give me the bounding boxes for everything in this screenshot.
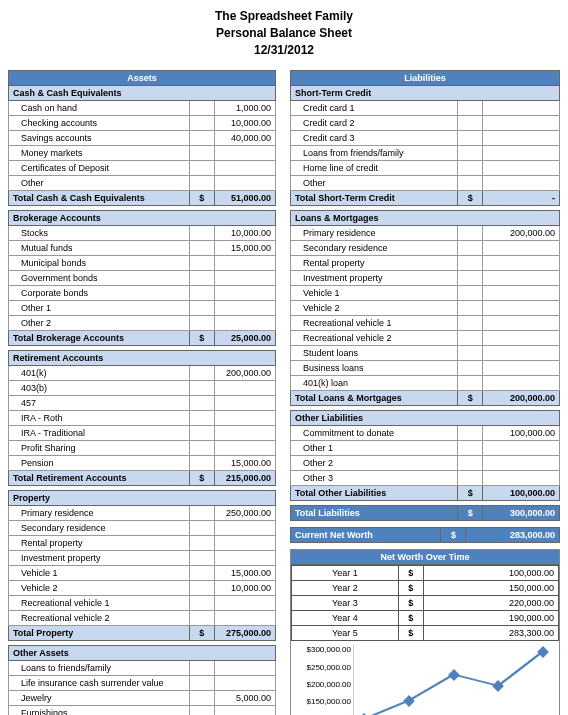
line-item-label[interactable]: Investment property xyxy=(291,271,458,286)
line-item-value[interactable] xyxy=(214,426,275,441)
line-item-label[interactable]: Vehicle 1 xyxy=(291,286,458,301)
line-item-value[interactable] xyxy=(214,661,275,676)
line-item-label[interactable]: Other 1 xyxy=(291,441,458,456)
line-item-value[interactable] xyxy=(214,611,275,626)
line-item-label[interactable]: Savings accounts xyxy=(9,131,190,146)
line-item-value[interactable] xyxy=(214,596,275,611)
line-item-value[interactable] xyxy=(214,551,275,566)
line-item-value[interactable] xyxy=(214,271,275,286)
line-item-label[interactable]: Recreational vehicle 2 xyxy=(291,331,458,346)
line-item-label[interactable]: Other 3 xyxy=(291,471,458,486)
line-item-label[interactable]: Other xyxy=(9,176,190,191)
line-item-value[interactable] xyxy=(214,381,275,396)
line-item-value[interactable] xyxy=(483,256,560,271)
line-item-value[interactable] xyxy=(483,361,560,376)
line-item-label[interactable]: Checking accounts xyxy=(9,116,190,131)
line-item-value[interactable]: 250,000.00 xyxy=(214,506,275,521)
line-item-value[interactable] xyxy=(483,346,560,361)
line-item-value[interactable]: 5,000.00 xyxy=(214,691,275,706)
line-item-value[interactable] xyxy=(214,301,275,316)
line-item-label[interactable]: Loans to friends/family xyxy=(9,661,190,676)
line-item-label[interactable]: Government bonds xyxy=(9,271,190,286)
line-item-value[interactable]: 100,000.00 xyxy=(483,426,560,441)
line-item-value[interactable] xyxy=(483,471,560,486)
line-item-label[interactable]: Certificates of Deposit xyxy=(9,161,190,176)
line-item-label[interactable]: Rental property xyxy=(291,256,458,271)
line-item-label[interactable]: Vehicle 2 xyxy=(291,301,458,316)
line-item-label[interactable]: Jewelry xyxy=(9,691,190,706)
line-item-label[interactable]: Home line of credit xyxy=(291,161,458,176)
line-item-label[interactable]: Primary residence xyxy=(291,226,458,241)
line-item-value[interactable]: 15,000.00 xyxy=(214,456,275,471)
line-item-label[interactable]: Cash on hand xyxy=(9,101,190,116)
line-item-label[interactable]: Life insurance cash surrender value xyxy=(9,676,190,691)
line-item-value[interactable] xyxy=(483,146,560,161)
line-item-value[interactable] xyxy=(214,536,275,551)
line-item-value[interactable] xyxy=(483,301,560,316)
line-item-label[interactable]: Recreational vehicle 1 xyxy=(291,316,458,331)
line-item-label[interactable]: Credit card 2 xyxy=(291,116,458,131)
line-item-value[interactable] xyxy=(483,101,560,116)
line-item-label[interactable]: Other 1 xyxy=(9,301,190,316)
line-item-value[interactable] xyxy=(483,241,560,256)
line-item-label[interactable]: Loans from friends/family xyxy=(291,146,458,161)
line-item-label[interactable]: 457 xyxy=(9,396,190,411)
line-item-value[interactable]: 200,000.00 xyxy=(483,226,560,241)
line-item-label[interactable]: Other xyxy=(291,176,458,191)
line-item-label[interactable]: Recreational vehicle 2 xyxy=(9,611,190,626)
line-item-value[interactable]: 1,000.00 xyxy=(214,101,275,116)
line-item-value[interactable]: 200,000.00 xyxy=(214,366,275,381)
line-item-value[interactable]: 40,000.00 xyxy=(214,131,275,146)
line-item-value[interactable]: 10,000.00 xyxy=(214,581,275,596)
line-item-label[interactable]: Rental property xyxy=(9,536,190,551)
line-item-value[interactable]: 10,000.00 xyxy=(214,226,275,241)
line-item-label[interactable]: Municipal bonds xyxy=(9,256,190,271)
line-item-label[interactable]: IRA - Roth xyxy=(9,411,190,426)
line-item-value[interactable]: 15,000.00 xyxy=(214,566,275,581)
line-item-label[interactable]: 401(k) loan xyxy=(291,376,458,391)
line-item-value[interactable] xyxy=(214,146,275,161)
line-item-label[interactable]: Corporate bonds xyxy=(9,286,190,301)
line-item-label[interactable]: Other 2 xyxy=(291,456,458,471)
line-item-label[interactable]: Stocks xyxy=(9,226,190,241)
line-item-label[interactable]: 401(k) xyxy=(9,366,190,381)
line-item-value[interactable] xyxy=(214,676,275,691)
line-item-label[interactable]: Secondary residence xyxy=(9,521,190,536)
line-item-value[interactable] xyxy=(483,456,560,471)
line-item-value[interactable] xyxy=(483,286,560,301)
line-item-value[interactable]: 15,000.00 xyxy=(214,241,275,256)
line-item-value[interactable]: 10,000.00 xyxy=(214,116,275,131)
line-item-label[interactable]: Secondary residence xyxy=(291,241,458,256)
line-item-value[interactable] xyxy=(214,411,275,426)
line-item-label[interactable]: Pension xyxy=(9,456,190,471)
line-item-label[interactable]: 403(b) xyxy=(9,381,190,396)
line-item-label[interactable]: Credit card 1 xyxy=(291,101,458,116)
line-item-value[interactable] xyxy=(483,176,560,191)
line-item-value[interactable] xyxy=(483,161,560,176)
line-item-value[interactable] xyxy=(483,131,560,146)
line-item-value[interactable] xyxy=(483,376,560,391)
line-item-label[interactable]: Recreational vehicle 1 xyxy=(9,596,190,611)
line-item-label[interactable]: Investment property xyxy=(9,551,190,566)
line-item-label[interactable]: Student loans xyxy=(291,346,458,361)
line-item-label[interactable]: Mutual funds xyxy=(9,241,190,256)
line-item-value[interactable] xyxy=(214,706,275,715)
line-item-label[interactable]: Commitment to donate xyxy=(291,426,458,441)
line-item-value[interactable] xyxy=(214,161,275,176)
line-item-value[interactable] xyxy=(214,176,275,191)
line-item-label[interactable]: Other 2 xyxy=(9,316,190,331)
line-item-value[interactable] xyxy=(483,271,560,286)
line-item-label[interactable]: Money markets xyxy=(9,146,190,161)
line-item-value[interactable] xyxy=(214,316,275,331)
line-item-label[interactable]: IRA - Traditional xyxy=(9,426,190,441)
line-item-value[interactable] xyxy=(214,441,275,456)
line-item-label[interactable]: Business loans xyxy=(291,361,458,376)
line-item-label[interactable]: Furnishings xyxy=(9,706,190,715)
line-item-value[interactable] xyxy=(483,331,560,346)
line-item-value[interactable] xyxy=(214,286,275,301)
line-item-value[interactable] xyxy=(214,521,275,536)
line-item-value[interactable] xyxy=(214,396,275,411)
line-item-label[interactable]: Profit Sharing xyxy=(9,441,190,456)
line-item-value[interactable] xyxy=(483,441,560,456)
line-item-label[interactable]: Vehicle 1 xyxy=(9,566,190,581)
